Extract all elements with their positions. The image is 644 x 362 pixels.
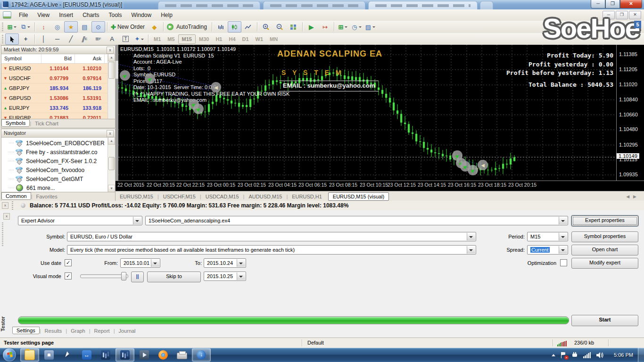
modify-expert-button[interactable]: Modify expert — [571, 258, 638, 269]
market-watch-row[interactable]: ▼USDCHF0.977990.97914 — [1, 74, 108, 83]
taskbar-pointer-tool[interactable] — [59, 349, 77, 361]
timeframe-d1[interactable]: D1 — [239, 35, 252, 43]
data-window-button[interactable]: ◎ — [50, 21, 64, 33]
expert-properties-button[interactable]: Expert properties — [571, 215, 638, 226]
toolbar-grip[interactable] — [12, 201, 13, 210]
navigator-item[interactable]: 1SoeHoeCom_EROBOCYBER — [1, 139, 108, 148]
hidden-icons-arrow[interactable] — [552, 354, 555, 356]
text-button[interactable]: A — [105, 33, 119, 45]
equidistant-channel-button[interactable]: ∥E — [78, 33, 91, 45]
menu-help[interactable]: Help — [156, 10, 177, 20]
tester-tab-journal[interactable]: Journal — [115, 328, 139, 334]
indicators-button[interactable]: ⊞ — [336, 21, 350, 33]
chevron-down-icon[interactable] — [237, 259, 245, 267]
visual-mode-checkbox[interactable]: ✓ — [65, 272, 72, 280]
tile-windows-button[interactable] — [287, 21, 300, 33]
chevron-down-icon[interactable] — [151, 259, 159, 267]
auto-scroll-button[interactable]: ▶ — [305, 21, 318, 33]
tab-symbols[interactable]: Symbols — [1, 119, 30, 127]
vertical-line-button[interactable]: │ — [37, 33, 50, 45]
navigator-item[interactable]: SoeHoeCom_fxvoodoo — [1, 165, 108, 174]
taskbar-metatrader[interactable] — [97, 349, 115, 361]
toolbar-grip[interactable] — [2, 23, 3, 31]
volume-icon[interactable] — [596, 352, 603, 358]
timeframe-h1[interactable]: H1 — [212, 35, 225, 43]
symbol-properties-button[interactable]: Symbol properties — [571, 231, 638, 242]
text-label-button[interactable]: T — [119, 33, 132, 45]
close-button[interactable]: ✕ — [620, 0, 642, 8]
minimize-button[interactable]: ─ — [591, 0, 605, 8]
close-icon[interactable]: x — [107, 130, 114, 137]
arrows-button[interactable]: ✦ — [132, 33, 146, 45]
chevron-down-icon[interactable] — [467, 246, 475, 254]
scroll-up-icon[interactable]: ▲ — [108, 137, 115, 145]
profiles-button[interactable]: ⧉ — [19, 21, 33, 33]
chart-tab-audusd-m15[interactable]: AUDUSD,M15 — [244, 193, 286, 200]
timeframe-m15[interactable]: M15 — [178, 34, 196, 44]
chart-shift-button[interactable]: ↦ — [318, 21, 332, 33]
chevron-down-icon[interactable] — [467, 233, 475, 240]
bar-chart-button[interactable] — [214, 21, 228, 33]
to-date-select[interactable]: 2015.10.24 — [204, 258, 246, 268]
menu-tools[interactable]: Tools — [104, 10, 127, 20]
child-close-button[interactable]: ✕ — [629, 11, 641, 19]
autotrading-button[interactable]: ▶AutoTrading — [165, 21, 210, 33]
period-select[interactable]: M15 — [527, 232, 568, 241]
close-icon[interactable]: x — [2, 202, 8, 209]
open-chart-button[interactable]: Open chart — [571, 245, 638, 255]
pause-button[interactable]: || — [131, 272, 144, 282]
new-order-button[interactable]: ✚New Order — [109, 21, 148, 33]
chevron-down-icon[interactable] — [237, 272, 245, 280]
use-date-checkbox[interactable]: ✓ — [65, 259, 72, 266]
zoom-in-button[interactable] — [259, 21, 273, 33]
taskbar-metatrader-active[interactable] — [116, 348, 134, 362]
market-watch-scrollbar[interactable]: ▲ — [107, 54, 115, 119]
chevron-down-icon[interactable] — [559, 246, 567, 254]
visual-speed-slider[interactable] — [80, 274, 128, 278]
menu-window[interactable]: Window — [127, 10, 157, 20]
child-minimize-button[interactable]: ─ — [603, 11, 615, 19]
taskbar-windows-explorer[interactable] — [20, 348, 39, 362]
chart-area[interactable]: EURUSD,M15 1.10101 1.10172 1.10097 1.101… — [116, 45, 644, 191]
child-restore-button[interactable]: ❐ — [616, 11, 628, 19]
symbol-select[interactable]: EURUSD, Euro / US Dollar — [67, 232, 476, 241]
strategy-tester-button[interactable]: ⊙ — [91, 21, 105, 33]
chart-tab-eurusd-m15-visual[interactable]: EURUSD,M15 (visual) — [328, 192, 389, 201]
navigator-button[interactable]: ★ — [64, 21, 78, 33]
start-button[interactable] — [3, 348, 16, 362]
skip-to-button[interactable]: Skip to — [147, 272, 201, 282]
horizontal-line-button[interactable]: ─ — [50, 33, 64, 45]
tab-scroll-arrows[interactable]: ◀▶ — [626, 194, 640, 199]
timeframe-h4[interactable]: H4 — [225, 35, 239, 43]
ea-name-select[interactable]: 1SoeHoeCom_adenanscalping.ex4 — [145, 216, 568, 225]
show-desktop-button[interactable] — [638, 348, 644, 362]
navigator-item[interactable]: SoeHoeCom_GetGMT — [1, 174, 108, 183]
terminal-button[interactable]: ▤ — [78, 21, 91, 33]
trendline-button[interactable]: ╱ — [64, 33, 78, 45]
taskbar-media-player[interactable] — [135, 349, 153, 361]
from-date-select[interactable]: 2015.10.01 — [120, 258, 160, 268]
market-watch-row[interactable]: ▲GBPJPY185.934186.119 — [1, 83, 108, 93]
menu-charts[interactable]: Charts — [78, 10, 104, 20]
scroll-up-icon[interactable]: ▲ — [108, 54, 115, 61]
action-center-flag-icon[interactable] — [561, 352, 567, 358]
ea-type-select[interactable]: Expert Advisor — [18, 216, 142, 225]
taskbar-printer[interactable] — [173, 349, 191, 361]
metaeditor-button[interactable]: ◆ — [148, 21, 161, 33]
navigator-scrollbar[interactable]: ▲ ▼ — [107, 137, 115, 192]
chart-tab-usdchf-m15[interactable]: USDCHF,M15 — [159, 193, 200, 200]
tab-tick-chart[interactable]: Tick Chart — [31, 120, 62, 127]
tester-tab-results[interactable]: Results — [41, 328, 66, 334]
navigator-item[interactable]: Free by - assistantstrader.co — [1, 148, 108, 156]
scrollbar-thumb[interactable] — [108, 157, 115, 170]
tab-common[interactable]: Common — [1, 192, 31, 200]
zoom-out-button[interactable] — [273, 21, 287, 33]
navigator-item[interactable]: 661 more... — [1, 183, 108, 192]
chart-tab-eurusd-h1[interactable]: EURUSD,H1 — [288, 193, 326, 200]
market-watch-row[interactable]: ▼GBPUSD1.530861.53191 — [1, 93, 108, 103]
taskbar-teamviewer[interactable] — [78, 349, 96, 361]
start-button[interactable]: Start — [571, 315, 638, 326]
power-plug-icon[interactable] — [572, 352, 578, 358]
templates-button[interactable]: ▨ — [363, 21, 377, 33]
skip-date-select[interactable]: 2015.10.25 — [204, 272, 246, 281]
